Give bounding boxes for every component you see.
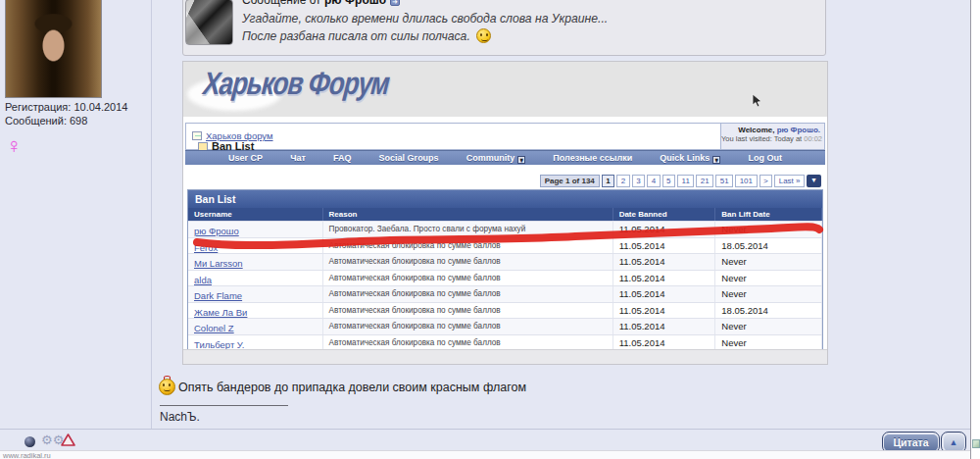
quote-header-prefix: Сообщение от [242,0,324,7]
date-banned: 11.05.2014 [613,335,716,351]
table-row: Colonel Z Автоматическая блокировка по с… [188,318,822,334]
page-right-margin [970,0,980,459]
table-row: Тильберт У. Автоматическая блокировка по… [188,334,822,351]
embedded-screenshot: Харьков Форум Харьков форум Ban List Wel… [182,61,828,365]
quote-header: Сообщение от рю Фрошо➜ [242,0,400,7]
forum-nav-bar: User CP Чат FAQ Social Groups Community▾… [185,150,825,165]
wink-smiley-icon [476,28,491,43]
col-date-banned[interactable]: Date Banned [613,208,716,221]
ban-reason: Автоматическая блокировка по сумме балло… [323,286,613,302]
nav-social-groups[interactable]: Social Groups [379,153,439,163]
page-link[interactable]: 3 [632,175,645,187]
username-link[interactable]: Жаме Ла Ви [194,307,247,318]
page-jump-icon[interactable]: ▼ [807,175,821,187]
date-banned: 11.05.2014 [613,222,716,237]
devil-smiley-icon [159,379,175,395]
forum-logo[interactable]: Харьков Форум [199,65,394,103]
ban-lift-date: 18.05.2014 [715,303,822,319]
ban-lift-date: Never [715,254,822,270]
username-link[interactable]: рю Фрошо [194,226,239,236]
quote-author: рю Фрошо [324,0,386,7]
welcome-box: Welcome, рю Фрошо. You last visited: Tod… [720,124,824,149]
up-arrow-icon: ▲ [944,434,964,451]
breadcrumb-bar: Харьков форум Ban List Welcome, рю Фрошо… [185,123,825,150]
nav-useful-links[interactable]: Полезные ссылки [553,153,632,163]
username-link[interactable]: Dark Flame [194,290,242,301]
page-link[interactable]: 51 [715,175,733,187]
online-status-icon[interactable] [24,436,35,447]
ban-list-panel: Ban List Username Reason Date Banned Ban… [187,189,823,351]
report-post-icon[interactable] [61,434,75,446]
col-username[interactable]: Username [188,208,323,221]
username-link[interactable]: Ми Larsson [194,258,243,269]
ban-list-title: Ban List [188,190,822,208]
username-link[interactable]: Colonel Z [194,323,234,333]
pagination-bar: Page 1 of 134 1 2 3 4 5 11 21 51 101 > L… [540,174,821,187]
col-reason[interactable]: Reason [323,208,613,221]
user-avatar[interactable] [5,0,102,98]
table-row: Ми Larsson Автоматическая блокировка по … [188,253,822,270]
date-banned: 11.05.2014 [613,319,716,334]
radikal-watermark: www.radikal.ru [3,451,51,459]
page-link[interactable]: 21 [696,175,713,187]
col-ban-lift-date[interactable]: Ban Lift Date [715,208,822,221]
table-row: Жаме Ла Ви Автоматическая блокировка по … [188,302,822,319]
nav-faq[interactable]: FAQ [333,153,352,163]
last-visited-label: You last visited: Today at [721,134,804,143]
view-post-icon[interactable]: ➜ [390,0,400,6]
nav-community[interactable]: Community▾ [466,153,526,164]
page-link[interactable]: 101 [735,175,757,187]
ban-lift-date: Never [715,335,822,351]
page-link[interactable]: 5 [662,175,675,187]
ban-reason: Автоматическая блокировка по сумме балло… [323,271,613,286]
table-row: Dark Flame Автоматическая блокировка по … [188,285,822,302]
username-link[interactable]: Ferox [194,242,218,253]
page-last-link[interactable]: Last » [774,175,805,187]
date-banned: 11.05.2014 [613,286,716,302]
table-row: alda Автоматическая блокировка по сумме … [188,270,822,286]
quote-text-line2: После разбана писала от силы полчаса. [242,28,491,43]
nav-chat[interactable]: Чат [290,153,306,163]
forum-header-banner: Харьков Форум [183,62,827,117]
welcome-prefix: Welcome, [738,126,776,134]
date-banned: 11.05.2014 [613,303,716,319]
post-footer-bar: ⚙⚙ Цитата ▲ [0,429,970,450]
page-current: 1 [602,175,614,187]
page-link[interactable]: 2 [616,175,629,187]
ban-reason: Автоматическая блокировка по сумме балло… [323,254,613,270]
page-link[interactable]: 4 [647,175,660,187]
page-next-link[interactable]: > [760,175,773,187]
quote-text-line1: Угадайте, сколько времени длилась свобод… [242,12,608,26]
page-link[interactable]: 11 [677,175,694,187]
signature-text: NachЪ. [160,410,200,424]
page-info: Page 1 of 134 [540,175,600,187]
ban-reason: Автоматическая блокировка по сумме балло… [323,335,613,351]
chevron-down-icon: ▾ [712,156,720,164]
nav-quick-links[interactable]: Quick Links▾ [660,153,720,164]
ban-list-column-headers: Username Reason Date Banned Ban Lift Dat… [188,208,822,221]
signature-divider [160,405,288,406]
ban-lift-date: 18.05.2014 [715,238,822,254]
registration-date: Регистрация: 10.04.2014 [5,101,127,113]
female-gender-icon: ♀ [6,133,23,159]
last-visited-time: 00:02 [804,134,822,143]
quote-box: Сообщение от рю Фрошо➜ Угадайте, сколько… [182,0,826,56]
ban-reason: Автоматическая блокировка по сумме балло… [323,238,613,254]
username-link[interactable]: Тильберт У. [194,339,244,350]
ban-lift-date: Never [715,222,822,237]
date-banned: 11.05.2014 [613,238,716,254]
post-body-text: Опять бандеров до припадка довели своим … [159,379,526,395]
username-link[interactable]: alda [194,275,212,285]
nav-user-cp[interactable]: User CP [228,153,263,163]
ban-reason: Автоматическая блокировка по сумме балло… [323,303,613,319]
corner-attachment-icon [972,439,980,448]
welcome-username-link[interactable]: рю Фрошо. [777,126,820,134]
message-count: Сообщений: 698 [5,115,87,127]
date-banned: 11.05.2014 [613,254,716,270]
date-banned: 11.05.2014 [613,271,716,286]
nav-log-out[interactable]: Log Out [748,153,782,163]
ban-lift-date: Never [715,286,822,302]
ban-lift-date: Never [715,271,822,286]
table-row: Ferox Автоматическая блокировка по сумме… [188,237,822,254]
quote-thumbnail-image[interactable] [185,0,233,45]
